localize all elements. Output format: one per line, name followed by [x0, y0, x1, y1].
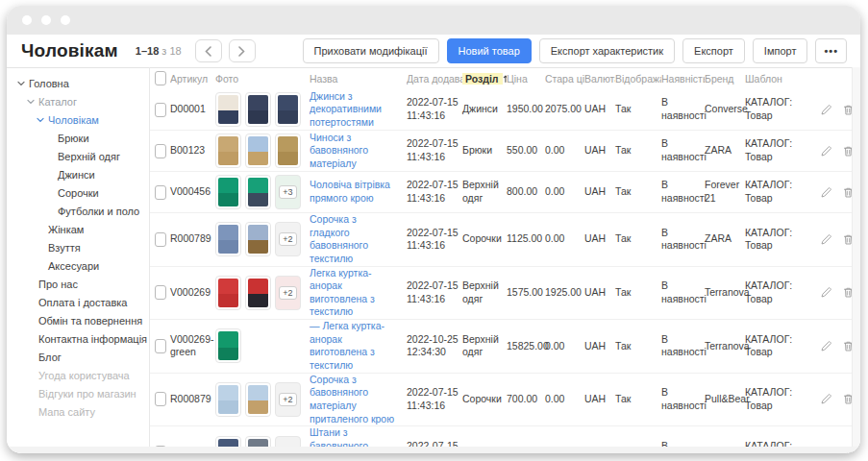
more-photos-thumb[interactable]: +3 [275, 175, 301, 209]
column-header-photo[interactable]: Фото [215, 73, 310, 85]
column-header-brand[interactable]: Бренд [705, 73, 745, 85]
sidebar-item-mapa-saitu[interactable]: Мапа сайту [7, 402, 149, 421]
product-name-link[interactable]: Сорочка з гладкого бавовняного текстилю [310, 213, 403, 266]
new-product-button[interactable]: Новий товар [447, 38, 532, 63]
sidebar-item-futbolky-i-polo[interactable]: Футболки и поло [7, 202, 149, 220]
column-header-name[interactable]: Назва [310, 73, 407, 85]
sidebar-item-vidhuky-pro-mahazyn[interactable]: Відгуки про магазин [7, 384, 149, 402]
sidebar-item-oplata-i-dostavka[interactable]: Оплата і доставка [7, 293, 149, 311]
import-button[interactable]: Імпорт [753, 38, 808, 63]
category-cell: Брюки [462, 144, 507, 158]
sidebar-item-uhoda-korystuvacha[interactable]: Угода користувача [7, 366, 149, 384]
sidebar-item-cholovikam[interactable]: Чоловікам [7, 110, 149, 129]
product-name-link[interactable]: — Легка куртка-анорак виготовлена з текс… [310, 320, 403, 373]
sidebar-item-obmin-ta-povernennia[interactable]: Обмін та повернення [7, 311, 149, 329]
more-actions-button[interactable]: ••• [815, 38, 847, 63]
product-photo[interactable] [245, 133, 271, 168]
product-photo[interactable] [215, 382, 241, 417]
date-added-cell: 2022-07-15 11:43:16 [407, 386, 462, 412]
product-photo[interactable] [245, 222, 271, 256]
column-header-sku[interactable]: Артикул [170, 73, 215, 85]
column-header-currency[interactable]: Валюта [584, 73, 615, 85]
column-header-category[interactable]: Розділ [462, 73, 507, 85]
price-cell: 1950.00 [507, 103, 545, 116]
edit-icon[interactable] [820, 145, 832, 158]
sidebar-item-kontaktna-informatsiia[interactable]: Контактна інформація [7, 329, 149, 348]
table-header-row: Артикул Фото Назва Дата додавання Розділ… [150, 67, 853, 89]
sidebar-item-briuky[interactable]: Брюки [7, 129, 149, 147]
column-header-old-price[interactable]: Стара ціна [545, 73, 584, 85]
row-checkbox[interactable] [155, 392, 166, 406]
product-photo[interactable] [215, 92, 241, 127]
vertical-scrollbar[interactable] [852, 67, 860, 453]
sidebar-item-verkhnii-odiah[interactable]: Верхній одяг [7, 147, 149, 165]
sidebar-item-pro-nas[interactable]: Про нас [7, 275, 149, 293]
window-control-dot[interactable] [22, 15, 32, 25]
hide-modifications-button[interactable]: Приховати модифікації [303, 38, 439, 63]
product-photo[interactable] [215, 222, 241, 256]
column-header-date-added[interactable]: Дата додавання [407, 73, 462, 85]
select-all-checkbox[interactable] [155, 71, 166, 85]
product-name-link[interactable]: Чоловіча вітрівка прямого крою [310, 179, 403, 205]
more-photos-badge: +2 [279, 393, 296, 406]
column-header-template[interactable]: Шаблон [745, 73, 814, 85]
product-photo[interactable] [215, 133, 241, 168]
sidebar-item-vzuttia[interactable]: Взуття [7, 238, 149, 256]
table-row: D00001 Джинси з декоративними потертостя… [150, 89, 853, 131]
horizontal-scrollbar[interactable] [7, 447, 860, 453]
sidebar-item-dzhynsy[interactable]: Джинси [7, 165, 149, 183]
date-added-cell: 2022-07-15 11:43:16 [407, 179, 462, 205]
sidebar-item-kataloh[interactable]: Каталог [7, 92, 149, 110]
sidebar-item-aksesuary[interactable]: Аксесуари [7, 256, 149, 275]
more-photos-thumb[interactable]: +2 [275, 222, 301, 256]
window-control-dot[interactable] [61, 15, 70, 25]
product-photo[interactable] [215, 328, 241, 363]
column-header-visible[interactable]: Відображати [615, 73, 661, 85]
template-cell: КАТАЛОГ: Товар [745, 279, 814, 305]
product-photo[interactable] [215, 276, 241, 310]
product-photo[interactable] [215, 175, 241, 209]
product-photo[interactable] [245, 276, 271, 310]
more-photos-thumb[interactable]: +2 [275, 276, 301, 310]
column-header-availability[interactable]: Наявність [661, 73, 705, 85]
row-checkbox[interactable] [155, 339, 166, 353]
sidebar-item-sorochky[interactable]: Сорочки [7, 183, 149, 202]
edit-icon[interactable] [820, 286, 832, 299]
window-control-dot[interactable] [41, 15, 51, 25]
product-photo[interactable] [245, 92, 271, 127]
visible-cell: Так [615, 286, 661, 300]
product-name-link[interactable]: Сорочка з бавовняного матеріалу притален… [310, 374, 403, 426]
product-name-link[interactable]: Легка куртка-анорак виготовлена з тексти… [310, 267, 403, 320]
edit-icon[interactable] [820, 233, 832, 246]
row-checkbox[interactable] [155, 285, 166, 300]
sidebar-item-holovna[interactable]: Головна [7, 74, 149, 92]
category-cell: Сорочки [462, 232, 507, 246]
edit-icon[interactable] [820, 104, 832, 116]
edit-icon[interactable] [820, 340, 832, 352]
export-characteristics-button[interactable]: Експорт характеристик [539, 38, 675, 63]
row-checkbox[interactable] [155, 103, 166, 117]
row-checkbox[interactable] [155, 232, 166, 247]
products-table: Артикул Фото Назва Дата додавання Розділ… [149, 67, 860, 453]
product-photo[interactable] [275, 133, 301, 168]
column-header-price[interactable]: Ціна [507, 73, 545, 85]
sidebar-item-zhinkam[interactable]: Жінкам [7, 220, 149, 238]
export-button[interactable]: Експорт [682, 38, 745, 63]
product-photo[interactable] [245, 382, 271, 417]
pagination-prev-button[interactable] [195, 39, 222, 62]
more-photos-thumb[interactable]: +2 [275, 382, 301, 417]
sidebar-item-bloh[interactable]: Блог [7, 348, 149, 366]
product-photo[interactable] [275, 92, 301, 127]
edit-icon[interactable] [820, 186, 832, 199]
product-name-link[interactable]: Джинси з декоративними потертостями [310, 90, 403, 130]
row-checkbox[interactable] [155, 144, 166, 158]
product-photo[interactable] [245, 175, 271, 209]
pagination-next-button[interactable] [229, 39, 256, 62]
row-checkbox[interactable] [155, 185, 166, 200]
edit-icon[interactable] [820, 393, 832, 405]
product-name-link[interactable]: Чиноси з бавовняного матеріалу [310, 132, 403, 171]
category-cell: Сорочки [462, 393, 507, 406]
sku-cell: V000269 [170, 286, 215, 300]
pagination: 1–18з 18 [136, 45, 182, 57]
page-title: Чоловікам [21, 40, 118, 61]
